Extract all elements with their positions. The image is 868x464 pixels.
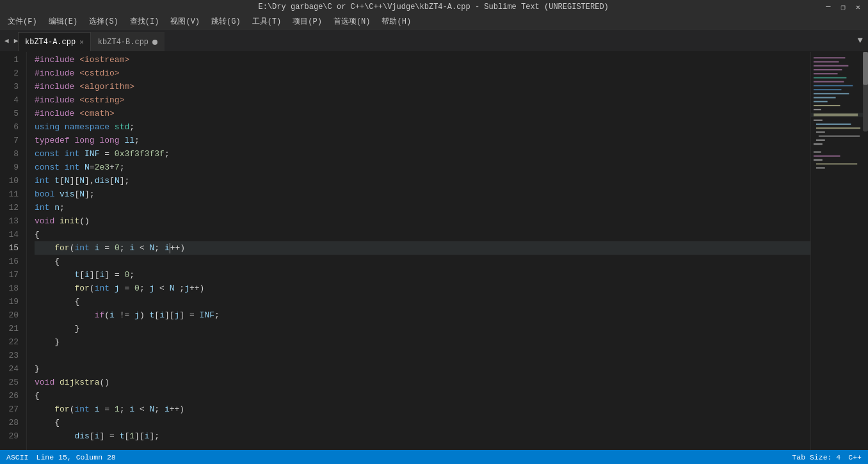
svg-rect-24 — [814, 152, 821, 153]
code-line-12: int n; — [35, 201, 810, 214]
menu-edit[interactable]: 编辑(E) — [44, 15, 83, 28]
tab-close-a[interactable]: ✕ — [79, 38, 84, 46]
menu-find[interactable]: 查找(I) — [125, 15, 165, 28]
menu-preferences[interactable]: 首选项(N) — [328, 15, 376, 28]
line-num-23: 23 — [5, 349, 19, 362]
svg-rect-8 — [814, 85, 853, 86]
line-num-22: 22 — [5, 335, 19, 349]
line-num-16: 16 — [5, 255, 19, 268]
menu-goto[interactable]: 跳转(G) — [206, 15, 246, 28]
svg-rect-21 — [819, 136, 860, 137]
tab-kbzt4-a[interactable]: kbZT4-A.cpp ✕ — [18, 32, 91, 51]
menu-file[interactable]: 文件(F) — [3, 15, 42, 28]
code-line-20: if(i != j) t[i][j] = INF; — [35, 308, 810, 322]
menu-select[interactable]: 选择(S) — [84, 15, 124, 28]
tab-dropdown-arrow[interactable]: ▼ — [858, 35, 863, 45]
code-line-3: #include <algorithm> — [35, 80, 810, 93]
line-num-13: 13 — [5, 214, 19, 228]
menu-tools[interactable]: 工具(T) — [247, 15, 287, 28]
menu-project[interactable]: 项目(P) — [287, 15, 327, 28]
close-button[interactable]: ✕ — [853, 3, 863, 12]
line-num-21: 21 — [5, 322, 19, 335]
line-num-5: 5 — [5, 107, 19, 120]
code-line-11: bool vis[N]; — [35, 188, 810, 201]
code-line-22: } — [35, 335, 810, 349]
line-numbers: 1 2 3 4 5 6 7 8 9 10 11 12 13 14 15 16 1… — [0, 52, 27, 450]
code-line-18: for(int j = 0; j < N ;j++) — [35, 282, 810, 295]
minimize-button[interactable]: — — [823, 3, 833, 12]
line-num-27: 27 — [5, 403, 19, 416]
line-num-8: 8 — [5, 147, 19, 161]
code-line-15: for(int i = 0; i < N; i++) — [35, 241, 810, 255]
status-encoding[interactable]: ASCII — [6, 453, 29, 461]
code-line-29: dis[i] = t[1][i]; — [35, 429, 810, 443]
svg-rect-20 — [816, 131, 825, 132]
svg-rect-27 — [816, 163, 857, 164]
svg-rect-25 — [814, 156, 840, 157]
svg-rect-5 — [814, 73, 838, 74]
window-title: E:\Dry garbage\C or C++\C++\Vjudge\kbZT4… — [44, 3, 823, 12]
editor-container: 1 2 3 4 5 6 7 8 9 10 11 12 13 14 15 16 1… — [0, 52, 868, 450]
code-line-6: using namespace std; — [35, 120, 810, 134]
svg-rect-4 — [814, 69, 842, 70]
svg-rect-3 — [814, 65, 848, 67]
code-line-27: for(int i = 1; i < N; i++) — [35, 403, 810, 416]
minimap[interactable] — [810, 52, 868, 450]
status-tab-size[interactable]: Tab Size: 4 — [792, 453, 840, 461]
line-num-3: 3 — [5, 80, 19, 93]
code-line-2: #include <cstdio> — [35, 67, 810, 80]
code-line-5: #include <cmath> — [35, 107, 810, 120]
menu-view[interactable]: 视图(V) — [165, 15, 205, 28]
line-num-10: 10 — [5, 174, 19, 188]
tab-left-arrow[interactable]: ◀ — [3, 35, 11, 46]
code-line-21: } — [35, 322, 810, 335]
code-line-10: int t[N][N],dis[N]; — [35, 174, 810, 188]
status-line-col[interactable]: Line 15, Column 28 — [36, 453, 116, 461]
code-area[interactable]: #include <iostream> #include <cstdio> #i… — [27, 52, 810, 450]
svg-rect-2 — [814, 61, 839, 63]
code-line-28: { — [35, 416, 810, 429]
line-num-14: 14 — [5, 228, 19, 241]
line-num-19: 19 — [5, 295, 19, 308]
svg-rect-23 — [814, 143, 823, 145]
line-num-7: 7 — [5, 134, 19, 147]
maximize-button[interactable]: ❐ — [839, 3, 848, 12]
code-line-19: { — [35, 295, 810, 308]
svg-rect-7 — [814, 81, 844, 83]
code-line-4: #include <cstring> — [35, 93, 810, 107]
line-num-28: 28 — [5, 416, 19, 429]
svg-rect-26 — [814, 159, 823, 161]
svg-rect-28 — [816, 167, 825, 168]
line-num-18: 18 — [5, 282, 19, 295]
svg-rect-0 — [811, 52, 868, 450]
code-line-7: typedef long long ll; — [35, 134, 810, 147]
svg-rect-1 — [814, 57, 845, 58]
svg-rect-13 — [814, 105, 840, 106]
svg-rect-22 — [816, 140, 825, 141]
code-line-16: { — [35, 255, 810, 268]
code-line-17: t[i][i] = 0; — [35, 268, 810, 282]
code-line-23 — [35, 349, 810, 362]
line-num-11: 11 — [5, 188, 19, 201]
line-num-20: 20 — [5, 308, 19, 322]
line-num-4: 4 — [5, 93, 19, 107]
tab-bar: ◀ ▶ kbZT4-A.cpp ✕ kbZT4-B.cpp ▼ — [0, 29, 868, 52]
tab-nav-arrows: ◀ ▶ — [0, 29, 22, 51]
svg-rect-12 — [814, 101, 828, 102]
tab-kbzt4-b[interactable]: kbZT4-B.cpp — [91, 32, 165, 51]
tab-right-arrow[interactable]: ▶ — [12, 35, 20, 46]
title-bar: E:\Dry garbage\C or C++\C++\Vjudge\kbZT4… — [0, 0, 868, 14]
svg-rect-17 — [814, 120, 823, 121]
code-line-14: { — [35, 228, 810, 241]
svg-rect-19 — [816, 127, 860, 129]
line-num-1: 1 — [5, 53, 19, 67]
menu-help[interactable]: 帮助(H) — [376, 15, 416, 28]
code-line-13: void init() — [35, 214, 810, 228]
status-language[interactable]: C++ — [848, 453, 862, 461]
line-num-25: 25 — [5, 376, 19, 389]
line-num-26: 26 — [5, 389, 19, 403]
line-num-15: 15 — [5, 241, 19, 255]
svg-rect-10 — [814, 93, 849, 94]
svg-rect-14 — [814, 109, 821, 110]
line-num-17: 17 — [5, 268, 19, 282]
